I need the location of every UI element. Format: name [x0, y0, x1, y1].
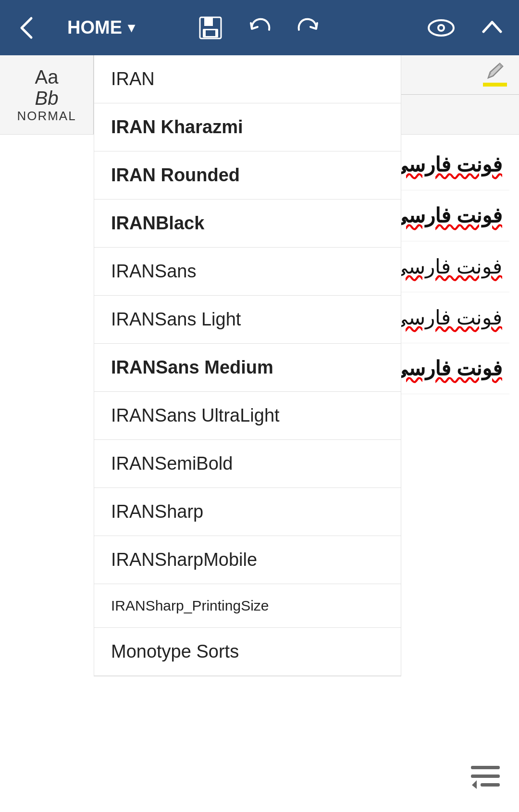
main-toolbar: HOME ▾ [0, 0, 519, 55]
font-option-iran-kharazmi[interactable]: IRAN Kharazmi [94, 103, 401, 151]
home-arrow: ▾ [128, 20, 135, 36]
svg-rect-7 [471, 766, 500, 769]
persian-preview-3: فونت فارسی [384, 241, 509, 292]
redo-button[interactable] [296, 15, 321, 40]
font-style-display[interactable]: Aa Bb NORMAL [0, 55, 94, 134]
collapse-button[interactable] [480, 15, 505, 40]
bottom-menu-icon[interactable] [466, 757, 505, 798]
font-style-label: NORMAL [17, 109, 76, 124]
pencil-icon [484, 61, 506, 82]
font-option-iran-black[interactable]: IRANBlack [94, 200, 401, 248]
persian-preview-1: فونت فارسی [384, 139, 509, 190]
font-option-monotype-sorts[interactable]: Monotype Sorts [94, 628, 401, 676]
font-option-iran-rounded[interactable]: IRAN Rounded [94, 151, 401, 200]
svg-rect-3 [206, 30, 215, 36]
font-option-iran-sharp-printing[interactable]: IRANSharp_PrintingSize [94, 584, 401, 628]
undo-button[interactable] [247, 15, 272, 40]
menu-lines-icon [466, 757, 505, 796]
home-menu-button[interactable]: HOME ▾ [67, 17, 135, 38]
persian-preview-4: فونت فارسی [384, 292, 509, 343]
font-option-iran-sans[interactable]: IRANSans [94, 248, 401, 296]
save-button[interactable] [198, 15, 223, 40]
back-button[interactable] [14, 16, 38, 40]
home-label: HOME [67, 17, 122, 38]
persian-preview-list: فونت فارسی فونت فارسی فونت فارسی فونت فا… [384, 139, 509, 394]
highlight-color-bar [483, 83, 507, 87]
font-option-iran-semibold[interactable]: IRANSemiBold [94, 440, 401, 488]
persian-preview-5: فونت فارسی [384, 343, 509, 394]
font-option-iran-sans-light[interactable]: IRANSans Light [94, 296, 401, 344]
svg-rect-8 [471, 775, 500, 778]
svg-point-6 [439, 26, 443, 30]
font-option-iran[interactable]: IRAN [94, 55, 401, 103]
font-option-iran-sans-ultralight[interactable]: IRANSans UltraLight [94, 392, 401, 440]
svg-rect-1 [204, 17, 213, 26]
highlight-button[interactable] [481, 61, 509, 89]
font-option-iran-sharp[interactable]: IRANSharp [94, 488, 401, 536]
format-bar: Aa Bb NORMAL IRANIRAN KharazmiIRAN Round… [0, 55, 519, 135]
persian-preview-2: فونت فارسی [384, 190, 509, 241]
svg-rect-9 [481, 783, 500, 787]
font-option-iran-sharp-mobile[interactable]: IRANSharpMobile [94, 536, 401, 584]
font-sample: Aa Bb [35, 66, 59, 109]
preview-button[interactable] [427, 15, 456, 40]
font-option-iran-sans-medium[interactable]: IRANSans Medium [94, 344, 401, 392]
font-dropdown: IRANIRAN KharazmiIRAN RoundedIRANBlackIR… [94, 55, 401, 676]
